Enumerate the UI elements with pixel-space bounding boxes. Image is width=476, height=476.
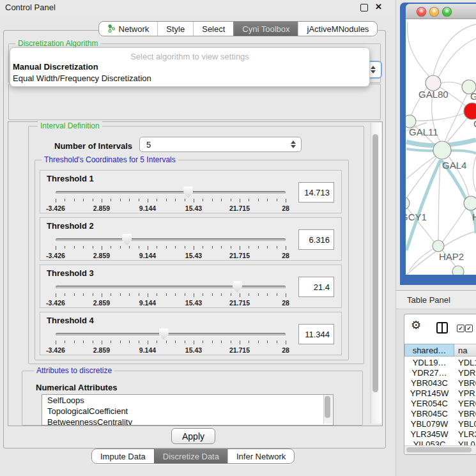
cell-name[interactable]: YPR1 [458, 388, 476, 398]
settings-scrollbar-thumb[interactable] [372, 134, 378, 392]
attributes-list-scrollbar-thumb[interactable] [325, 396, 330, 418]
network-edge[interactable] [438, 38, 476, 77]
table-row[interactable]: YBL079WYBL0 [404, 419, 476, 429]
table-row[interactable]: YDR27…YDR2 [404, 368, 476, 378]
network-view[interactable]: GAL80GAGAL11CGAL4GCY1HHAP2 [406, 19, 476, 275]
tab-select[interactable]: Select [193, 22, 233, 36]
cell-name[interactable]: YDL1 [458, 358, 476, 367]
cell-shared-name[interactable]: YDL19… [404, 358, 454, 367]
table-row[interactable]: YBR045CYBR0 [404, 409, 476, 419]
attribute-list-item[interactable]: BetweennessCentrality [42, 417, 333, 426]
slider-track[interactable] [56, 286, 286, 289]
numerical-attributes-list[interactable]: SelfLoopsTopologicalCoefficientBetweenne… [42, 394, 334, 426]
network-edge[interactable] [473, 157, 476, 192]
attribute-list-item[interactable]: TopologicalCoefficient [42, 406, 333, 417]
tab-style[interactable]: Style [157, 22, 193, 36]
popup-option-equal-width-frequency[interactable]: Equal Width/Frequency Discretization [13, 73, 151, 83]
attribute-list-item[interactable]: SelfLoops [42, 395, 333, 406]
slider-track[interactable] [56, 238, 286, 242]
cell-name[interactable]: YBL0 [458, 419, 476, 429]
threshold-value-field[interactable]: 6.316 [298, 229, 334, 250]
cell-shared-name[interactable]: YBR043C [404, 378, 454, 388]
zoom-traffic-light-icon[interactable] [442, 7, 452, 17]
table-row[interactable]: YLR345WYLR3 [404, 429, 476, 440]
table-column-header-name[interactable]: na [454, 344, 476, 357]
cell-name[interactable]: YER0 [458, 399, 476, 408]
discretization-algorithm-group-title: Discretization Algorithm [15, 39, 100, 48]
network-node[interactable] [406, 197, 410, 210]
table-horizontal-scrollbar-thumb[interactable] [406, 447, 472, 452]
slider-tick [102, 293, 102, 297]
network-edge-highlighted[interactable] [406, 160, 440, 250]
cell-shared-name[interactable]: YPR145W [404, 388, 454, 398]
minimize-traffic-light-icon[interactable] [429, 7, 439, 17]
checkbox-icon[interactable]: ✓ [457, 325, 464, 332]
network-node[interactable] [464, 103, 476, 119]
tab-jactivemnodules[interactable]: jActiveMNodules [298, 22, 378, 36]
slider-tick [111, 341, 111, 343]
close-traffic-light-icon[interactable] [417, 7, 426, 17]
network-edge[interactable] [433, 24, 476, 75]
cell-name[interactable]: YDR2 [458, 368, 476, 378]
network-edge[interactable] [409, 249, 433, 271]
table-row[interactable]: YPR145WYPR1 [404, 388, 476, 399]
split-columns-icon[interactable] [436, 322, 448, 334]
slider-thumb[interactable] [122, 234, 132, 245]
cell-shared-name[interactable]: YDR27… [404, 368, 454, 378]
network-edge[interactable] [438, 159, 440, 240]
close-icon[interactable]: ✕ [375, 2, 382, 12]
slider-tick [231, 293, 231, 296]
cell-name[interactable]: YLR3 [458, 429, 476, 439]
slider-tick-label: 2.859 [93, 252, 110, 259]
table-column-header-shared-name[interactable]: shared… [404, 344, 454, 357]
cell-name[interactable]: YBR0 [458, 409, 476, 418]
network-node[interactable] [433, 141, 451, 159]
threshold-slider[interactable]: -3.4262.8599.14415.4321.71528 [56, 282, 286, 307]
slider-track[interactable] [56, 191, 286, 194]
apply-button[interactable]: Apply [171, 428, 215, 444]
slider-thumb[interactable] [233, 281, 242, 293]
threshold-slider[interactable]: -3.4262.8599.14415.4321.71528 [56, 187, 286, 213]
cell-shared-name[interactable]: YBR045C [404, 409, 454, 418]
settings-gear-icon[interactable]: ⚙ [411, 319, 421, 331]
threshold-value-field[interactable]: 11.344 [298, 324, 334, 344]
slider-tick [74, 246, 75, 249]
slider-track[interactable] [56, 333, 286, 336]
network-edge[interactable] [441, 82, 462, 85]
threshold-slider[interactable]: -3.4262.8599.14415.4321.71528 [56, 329, 286, 355]
table-row[interactable]: YBR043CYBR0 [404, 378, 476, 388]
network-window-titlebar[interactable] [406, 4, 476, 19]
threshold-value-field[interactable]: 14.713 [298, 182, 334, 203]
network-node[interactable] [464, 196, 476, 210]
threshold-value-field[interactable]: 21.4 [298, 277, 334, 297]
slider-tick [120, 293, 121, 296]
slider-thumb[interactable] [183, 187, 193, 198]
slider-tick [258, 341, 259, 343]
network-node[interactable] [452, 266, 464, 275]
tab-impute-data[interactable]: Impute Data [92, 449, 154, 463]
cell-name[interactable]: YBR0 [458, 378, 476, 388]
checkbox-icon[interactable]: ✓ [465, 325, 473, 332]
cell-shared-name[interactable]: YLR345W [404, 429, 454, 439]
tab-network[interactable]: Network [99, 22, 158, 36]
network-edge[interactable] [408, 22, 429, 77]
slider-tick [185, 341, 185, 343]
slider-thumb[interactable] [159, 328, 169, 340]
tab-discretize-data[interactable]: Discretize Data [154, 449, 227, 463]
network-node[interactable] [433, 240, 444, 252]
slider-tick [120, 246, 121, 249]
popup-option-manual-discretization[interactable]: Manual Discretization [13, 62, 98, 72]
float-window-icon[interactable] [360, 4, 368, 12]
table-row[interactable]: YER054CYER0 [404, 399, 476, 409]
number-of-intervals-select[interactable]: 5 [139, 137, 302, 152]
cell-shared-name[interactable]: YBL079W [404, 419, 454, 429]
threshold-slider[interactable]: -3.4262.8599.14415.4321.71528 [56, 234, 286, 260]
tab-cyni-toolbox[interactable]: Cyni Toolbox [233, 22, 298, 36]
slider-tick [148, 199, 148, 203]
slider-tick [157, 293, 157, 296]
tab-infer-network[interactable]: Infer Network [227, 449, 294, 463]
cell-shared-name[interactable]: YER054C [404, 399, 454, 408]
network-node-label: C [473, 118, 476, 129]
network-node[interactable] [406, 115, 416, 128]
table-row[interactable]: YDL19…YDL1 [404, 358, 476, 368]
